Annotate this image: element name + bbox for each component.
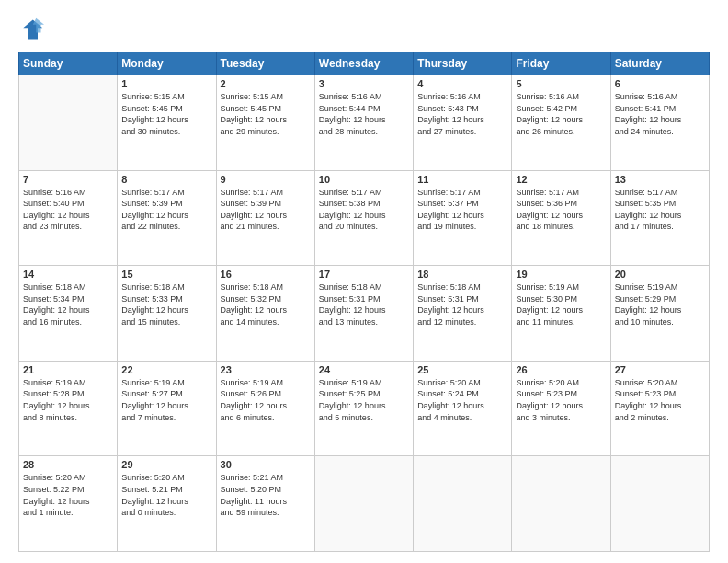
day-info: Sunrise: 5:17 AM Sunset: 5:35 PM Dayligh…	[615, 187, 705, 233]
day-number: 29	[121, 459, 211, 470]
day-info: Sunrise: 5:19 AM Sunset: 5:30 PM Dayligh…	[516, 282, 606, 327]
day-info: Sunrise: 5:19 AM Sunset: 5:28 PM Dayligh…	[23, 377, 113, 423]
calendar-cell: 9Sunrise: 5:17 AM Sunset: 5:39 PM Daylig…	[216, 170, 314, 266]
calendar-cell: 26Sunrise: 5:20 AM Sunset: 5:23 PM Dayli…	[512, 361, 610, 456]
day-number: 30	[221, 459, 311, 470]
calendar-cell	[414, 456, 512, 552]
day-number: 27	[615, 364, 705, 375]
day-info: Sunrise: 5:15 AM Sunset: 5:45 PM Dayligh…	[121, 91, 211, 137]
calendar-cell: 10Sunrise: 5:17 AM Sunset: 5:38 PM Dayli…	[314, 170, 413, 266]
calendar-cell: 2Sunrise: 5:15 AM Sunset: 5:45 PM Daylig…	[216, 75, 314, 171]
day-info: Sunrise: 5:20 AM Sunset: 5:21 PM Dayligh…	[121, 472, 211, 518]
calendar-header-friday: Friday	[512, 52, 610, 75]
day-info: Sunrise: 5:20 AM Sunset: 5:23 PM Dayligh…	[516, 377, 606, 423]
calendar-week-row: 1Sunrise: 5:15 AM Sunset: 5:45 PM Daylig…	[19, 75, 710, 171]
calendar-cell: 6Sunrise: 5:16 AM Sunset: 5:41 PM Daylig…	[610, 75, 709, 171]
day-number: 14	[23, 269, 113, 280]
day-number: 24	[319, 364, 409, 375]
day-info: Sunrise: 5:16 AM Sunset: 5:41 PM Dayligh…	[615, 91, 705, 137]
day-info: Sunrise: 5:16 AM Sunset: 5:44 PM Dayligh…	[319, 91, 409, 137]
day-info: Sunrise: 5:16 AM Sunset: 5:43 PM Dayligh…	[417, 91, 507, 137]
day-info: Sunrise: 5:16 AM Sunset: 5:42 PM Dayligh…	[516, 91, 606, 137]
day-info: Sunrise: 5:18 AM Sunset: 5:32 PM Dayligh…	[221, 282, 311, 327]
calendar-cell: 27Sunrise: 5:20 AM Sunset: 5:23 PM Dayli…	[610, 361, 709, 456]
calendar-cell	[610, 456, 709, 552]
day-info: Sunrise: 5:16 AM Sunset: 5:40 PM Dayligh…	[23, 187, 113, 233]
day-number: 23	[221, 364, 311, 375]
calendar-cell: 5Sunrise: 5:16 AM Sunset: 5:42 PM Daylig…	[512, 75, 610, 171]
calendar-cell	[512, 456, 610, 552]
calendar-header-wednesday: Wednesday	[314, 52, 413, 75]
calendar-week-row: 21Sunrise: 5:19 AM Sunset: 5:28 PM Dayli…	[19, 361, 710, 456]
day-number: 3	[319, 78, 409, 89]
day-number: 16	[221, 269, 311, 280]
day-number: 19	[516, 269, 606, 280]
day-number: 20	[615, 269, 705, 280]
calendar-cell: 17Sunrise: 5:18 AM Sunset: 5:31 PM Dayli…	[314, 266, 413, 362]
day-number: 9	[221, 174, 311, 185]
day-info: Sunrise: 5:21 AM Sunset: 5:20 PM Dayligh…	[221, 472, 311, 518]
day-info: Sunrise: 5:18 AM Sunset: 5:31 PM Dayligh…	[417, 282, 507, 327]
day-info: Sunrise: 5:17 AM Sunset: 5:37 PM Dayligh…	[417, 187, 507, 233]
calendar-header-sunday: Sunday	[19, 52, 118, 75]
day-number: 6	[615, 78, 705, 89]
day-number: 26	[516, 364, 606, 375]
logo-icon	[18, 17, 44, 42]
day-info: Sunrise: 5:19 AM Sunset: 5:27 PM Dayligh…	[121, 377, 211, 423]
calendar-cell: 8Sunrise: 5:17 AM Sunset: 5:39 PM Daylig…	[118, 170, 216, 266]
day-info: Sunrise: 5:20 AM Sunset: 5:22 PM Dayligh…	[23, 472, 113, 518]
calendar-week-row: 14Sunrise: 5:18 AM Sunset: 5:34 PM Dayli…	[19, 266, 710, 362]
day-number: 21	[23, 364, 113, 375]
calendar-cell: 19Sunrise: 5:19 AM Sunset: 5:30 PM Dayli…	[512, 266, 610, 362]
day-info: Sunrise: 5:19 AM Sunset: 5:29 PM Dayligh…	[615, 282, 705, 327]
calendar-cell: 15Sunrise: 5:18 AM Sunset: 5:33 PM Dayli…	[118, 266, 216, 362]
day-number: 1	[121, 78, 211, 89]
day-info: Sunrise: 5:17 AM Sunset: 5:38 PM Dayligh…	[319, 187, 409, 233]
day-info: Sunrise: 5:20 AM Sunset: 5:23 PM Dayligh…	[615, 377, 705, 423]
calendar-cell: 3Sunrise: 5:16 AM Sunset: 5:44 PM Daylig…	[314, 75, 413, 171]
calendar-cell: 7Sunrise: 5:16 AM Sunset: 5:40 PM Daylig…	[19, 170, 118, 266]
calendar-cell: 20Sunrise: 5:19 AM Sunset: 5:29 PM Dayli…	[610, 266, 709, 362]
day-number: 25	[417, 364, 507, 375]
day-number: 2	[221, 78, 311, 89]
day-number: 15	[121, 269, 211, 280]
calendar-cell: 25Sunrise: 5:20 AM Sunset: 5:24 PM Dayli…	[414, 361, 512, 456]
day-number: 13	[615, 174, 705, 185]
calendar-cell: 18Sunrise: 5:18 AM Sunset: 5:31 PM Dayli…	[414, 266, 512, 362]
day-number: 8	[121, 174, 211, 185]
day-info: Sunrise: 5:18 AM Sunset: 5:34 PM Dayligh…	[23, 282, 113, 327]
day-number: 7	[23, 174, 113, 185]
day-info: Sunrise: 5:18 AM Sunset: 5:33 PM Dayligh…	[121, 282, 211, 327]
calendar-week-row: 28Sunrise: 5:20 AM Sunset: 5:22 PM Dayli…	[19, 456, 710, 552]
calendar-cell: 12Sunrise: 5:17 AM Sunset: 5:36 PM Dayli…	[512, 170, 610, 266]
calendar-cell: 14Sunrise: 5:18 AM Sunset: 5:34 PM Dayli…	[19, 266, 118, 362]
day-number: 4	[417, 78, 507, 89]
calendar-cell: 22Sunrise: 5:19 AM Sunset: 5:27 PM Dayli…	[118, 361, 216, 456]
calendar-cell: 16Sunrise: 5:18 AM Sunset: 5:32 PM Dayli…	[216, 266, 314, 362]
calendar-cell: 30Sunrise: 5:21 AM Sunset: 5:20 PM Dayli…	[216, 456, 314, 552]
day-info: Sunrise: 5:15 AM Sunset: 5:45 PM Dayligh…	[221, 91, 311, 137]
calendar-cell: 28Sunrise: 5:20 AM Sunset: 5:22 PM Dayli…	[19, 456, 118, 552]
day-info: Sunrise: 5:17 AM Sunset: 5:39 PM Dayligh…	[221, 187, 311, 233]
day-number: 28	[23, 459, 113, 470]
calendar-cell: 21Sunrise: 5:19 AM Sunset: 5:28 PM Dayli…	[19, 361, 118, 456]
logo	[18, 17, 48, 42]
day-number: 18	[417, 269, 507, 280]
calendar-cell	[314, 456, 413, 552]
day-number: 17	[319, 269, 409, 280]
day-number: 11	[417, 174, 507, 185]
calendar-cell	[19, 75, 118, 171]
calendar-table: SundayMondayTuesdayWednesdayThursdayFrid…	[18, 52, 710, 552]
day-info: Sunrise: 5:17 AM Sunset: 5:39 PM Dayligh…	[121, 187, 211, 233]
day-info: Sunrise: 5:17 AM Sunset: 5:36 PM Dayligh…	[516, 187, 606, 233]
day-number: 22	[121, 364, 211, 375]
calendar-cell: 1Sunrise: 5:15 AM Sunset: 5:45 PM Daylig…	[118, 75, 216, 171]
day-number: 12	[516, 174, 606, 185]
day-info: Sunrise: 5:19 AM Sunset: 5:26 PM Dayligh…	[221, 377, 311, 423]
calendar-header-monday: Monday	[118, 52, 216, 75]
calendar-header-row: SundayMondayTuesdayWednesdayThursdayFrid…	[19, 52, 710, 75]
calendar-header-tuesday: Tuesday	[216, 52, 314, 75]
day-number: 10	[319, 174, 409, 185]
calendar-cell: 4Sunrise: 5:16 AM Sunset: 5:43 PM Daylig…	[414, 75, 512, 171]
calendar-cell: 29Sunrise: 5:20 AM Sunset: 5:21 PM Dayli…	[118, 456, 216, 552]
